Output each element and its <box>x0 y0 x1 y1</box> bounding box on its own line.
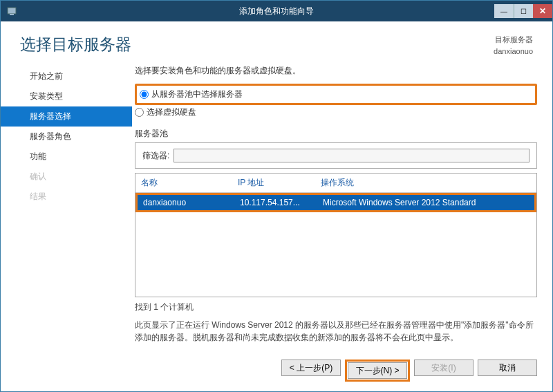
grid-header: 名称 IP 地址 操作系统 <box>135 174 536 193</box>
col-os[interactable]: 操作系统 <box>315 174 536 192</box>
sidebar: 开始之前 安装类型 服务器选择 服务器角色 功能 确认 结果 <box>1 62 132 353</box>
sidebar-item-install-type[interactable]: 安装类型 <box>1 86 132 106</box>
wizard-window: 添加角色和功能向导 — ☐ ✕ 选择目标服务器 目标服务器 danxiaonuo… <box>0 0 553 392</box>
radio-vhd-label: 选择虚拟硬盘 <box>147 106 196 118</box>
col-ip[interactable]: IP 地址 <box>232 174 315 192</box>
filter-label: 筛选器: <box>142 150 169 162</box>
page-title: 选择目标服务器 <box>20 34 131 55</box>
target-label: 目标服务器 <box>494 34 533 46</box>
server-grid: 名称 IP 地址 操作系统 danxiaonuo 10.117.54.157..… <box>135 173 537 297</box>
footer: < 上一步(P) 下一步(N) > 安装(I) 取消 <box>1 353 552 391</box>
next-button[interactable]: 下一步(N) > <box>348 362 407 379</box>
col-name[interactable]: 名称 <box>135 174 232 192</box>
prev-button[interactable]: < 上一步(P) <box>281 360 341 376</box>
sidebar-item-results: 结果 <box>1 187 132 207</box>
radio-server-pool[interactable]: 从服务器池中选择服务器 <box>140 87 532 102</box>
filter-box: 筛选器: <box>135 142 537 169</box>
header: 选择目标服务器 目标服务器 danxiaonuo <box>1 21 552 62</box>
table-row[interactable]: danxiaonuo 10.117.54.157... Microsoft Wi… <box>138 195 534 210</box>
highlight-next: 下一步(N) > <box>345 360 410 382</box>
cancel-button[interactable]: 取消 <box>478 360 537 376</box>
highlight-selected-row: danxiaonuo 10.117.54.157... Microsoft Wi… <box>135 193 536 212</box>
cell-os: Microsoft Windows Server 2012 Standard <box>317 195 534 210</box>
sidebar-item-confirm: 确认 <box>1 167 132 187</box>
body: 选择目标服务器 目标服务器 danxiaonuo 开始之前 安装类型 服务器选择… <box>1 21 552 391</box>
window-title: 添加角色和功能向导 <box>1 6 552 17</box>
highlight-radio-pool: 从服务器池中选择服务器 <box>135 84 537 105</box>
titlebar: 添加角色和功能向导 — ☐ ✕ <box>1 1 552 21</box>
description-text: 此页显示了正在运行 Windows Server 2012 的服务器以及那些已经… <box>135 319 537 344</box>
main: 开始之前 安装类型 服务器选择 服务器角色 功能 确认 结果 选择要安装角色和功… <box>1 62 552 353</box>
app-icon <box>6 6 17 17</box>
radio-group: 从服务器池中选择服务器 选择虚拟硬盘 <box>135 84 537 120</box>
radio-vhd-input[interactable] <box>135 108 144 117</box>
window-controls: — ☐ ✕ <box>494 4 552 18</box>
sidebar-item-server-selection[interactable]: 服务器选择 <box>1 106 132 127</box>
header-target: 目标服务器 danxiaonuo <box>494 34 533 57</box>
found-count: 找到 1 个计算机 <box>135 301 537 313</box>
grid-body: danxiaonuo 10.117.54.157... Microsoft Wi… <box>135 193 536 297</box>
sidebar-item-features[interactable]: 功能 <box>1 147 132 167</box>
radio-vhd[interactable]: 选择虚拟硬盘 <box>135 105 537 120</box>
target-value: danxiaonuo <box>494 46 533 57</box>
radio-server-pool-label: 从服务器池中选择服务器 <box>151 88 243 100</box>
cell-ip: 10.117.54.157... <box>234 195 317 210</box>
svg-rect-1 <box>10 14 14 15</box>
maximize-button[interactable]: ☐ <box>514 4 533 18</box>
content: 选择要安装角色和功能的服务器或虚拟硬盘。 从服务器池中选择服务器 选择虚拟硬盘 … <box>132 62 552 353</box>
svg-rect-0 <box>8 8 16 14</box>
close-button[interactable]: ✕ <box>533 4 552 18</box>
minimize-button[interactable]: — <box>494 4 514 18</box>
sidebar-item-server-roles[interactable]: 服务器角色 <box>1 127 132 147</box>
prompt-text: 选择要安装角色和功能的服务器或虚拟硬盘。 <box>135 65 537 77</box>
sidebar-item-before-begin[interactable]: 开始之前 <box>1 66 132 86</box>
radio-server-pool-input[interactable] <box>140 90 149 99</box>
pool-label: 服务器池 <box>135 128 537 140</box>
filter-input[interactable] <box>174 149 529 162</box>
cell-name: danxiaonuo <box>138 195 234 210</box>
install-button: 安装(I) <box>414 360 474 376</box>
